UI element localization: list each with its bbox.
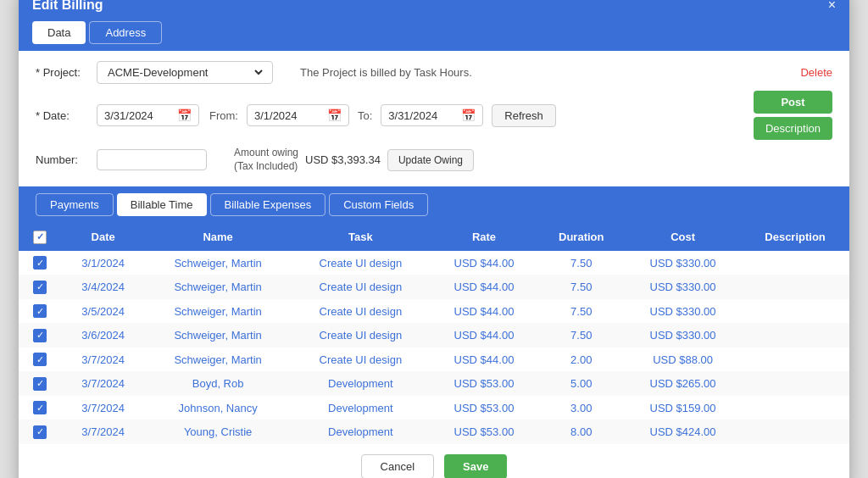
sub-tab-bar: Payments Billable Time Billable Expenses… bbox=[19, 186, 849, 223]
row-rate: USD $53.00 bbox=[431, 396, 538, 420]
modal-overlay: Edit Billing × Data Address * Project: A… bbox=[0, 0, 868, 478]
edit-billing-modal: Edit Billing × Data Address * Project: A… bbox=[19, 0, 849, 478]
row-duration: 2.00 bbox=[537, 347, 625, 372]
from-date-wrapper: 📅 bbox=[247, 104, 349, 126]
row-checkbox[interactable]: ✓ bbox=[33, 329, 47, 342]
row-checkbox[interactable]: ✓ bbox=[33, 425, 47, 439]
from-calendar-icon[interactable]: 📅 bbox=[327, 108, 342, 122]
row-cost: USD $88.00 bbox=[625, 347, 741, 372]
row-name: Johnson, Nancy bbox=[145, 396, 291, 420]
to-date-wrapper: 📅 bbox=[381, 104, 483, 126]
modal-header: Edit Billing × bbox=[19, 0, 849, 21]
row-description bbox=[741, 251, 849, 275]
row-date: 3/5/2024 bbox=[61, 299, 145, 324]
table-row: ✓ 3/1/2024 Schweiger, Martin Create UI d… bbox=[19, 251, 849, 275]
billing-table-container: ✓ Date Name Task Rate Duration Cost Desc… bbox=[19, 223, 849, 444]
update-owing-button[interactable]: Update Owing bbox=[387, 149, 474, 171]
row-date: 3/7/2024 bbox=[61, 420, 145, 444]
cancel-button[interactable]: Cancel bbox=[361, 454, 434, 478]
table-row: ✓ 3/6/2024 Schweiger, Martin Create UI d… bbox=[19, 323, 849, 347]
row-task: Development bbox=[291, 396, 430, 420]
row-name: Boyd, Rob bbox=[145, 371, 291, 396]
delete-button[interactable]: Delete bbox=[800, 66, 832, 79]
close-button[interactable]: × bbox=[828, 0, 836, 12]
row-checkbox[interactable]: ✓ bbox=[33, 256, 47, 270]
refresh-button[interactable]: Refresh bbox=[492, 104, 556, 127]
row-checkbox[interactable]: ✓ bbox=[33, 377, 47, 391]
modal-title: Edit Billing bbox=[32, 0, 103, 13]
tab-data[interactable]: Data bbox=[32, 21, 86, 44]
row-name: Schweiger, Martin bbox=[145, 347, 291, 372]
col-header-cost: Cost bbox=[625, 223, 741, 251]
tab-address[interactable]: Address bbox=[89, 21, 162, 44]
top-tab-bar: Data Address bbox=[19, 21, 849, 51]
col-header-task: Task bbox=[291, 223, 430, 251]
description-button[interactable]: Description bbox=[754, 117, 832, 140]
row-checkbox[interactable]: ✓ bbox=[33, 353, 47, 366]
row-checkbox[interactable]: ✓ bbox=[33, 401, 47, 414]
amount-label: Amount owing (Tax Included) bbox=[234, 147, 298, 173]
row-task: Create UI design bbox=[291, 347, 430, 372]
row-date: 3/7/2024 bbox=[61, 347, 145, 372]
row-checkbox-cell: ✓ bbox=[19, 420, 61, 444]
from-to-row: From: 📅 To: 📅 Refresh bbox=[209, 104, 733, 127]
table-body: ✓ 3/1/2024 Schweiger, Martin Create UI d… bbox=[19, 251, 849, 444]
project-dropdown[interactable]: ACME-Development bbox=[104, 65, 265, 80]
row-date: 3/7/2024 bbox=[61, 371, 145, 396]
project-select[interactable]: ACME-Development bbox=[97, 61, 273, 84]
row-checkbox-cell: ✓ bbox=[19, 371, 61, 396]
row-checkbox-cell: ✓ bbox=[19, 251, 61, 275]
right-action-buttons: Post Description bbox=[754, 91, 832, 140]
table-row: ✓ 3/7/2024 Schweiger, Martin Create UI d… bbox=[19, 347, 849, 372]
row-cost: USD $330.00 bbox=[625, 299, 741, 324]
from-date-input[interactable] bbox=[254, 109, 322, 122]
row-cost: USD $424.00 bbox=[625, 420, 741, 444]
form-section: * Project: ACME-Development The Project … bbox=[19, 51, 849, 186]
to-calendar-icon[interactable]: 📅 bbox=[461, 108, 476, 122]
sub-tab-payments[interactable]: Payments bbox=[36, 193, 114, 216]
row-cost: USD $330.00 bbox=[625, 275, 741, 299]
sub-tab-billable-time[interactable]: Billable Time bbox=[117, 193, 207, 216]
row-task: Development bbox=[291, 371, 430, 396]
table-row: ✓ 3/5/2024 Schweiger, Martin Create UI d… bbox=[19, 299, 849, 324]
row-task: Create UI design bbox=[291, 251, 430, 275]
col-header-name: Name bbox=[145, 223, 291, 251]
row-name: Schweiger, Martin bbox=[145, 275, 291, 299]
row-date: 3/7/2024 bbox=[61, 396, 145, 420]
row-date: 3/6/2024 bbox=[61, 323, 145, 347]
row-rate: USD $44.00 bbox=[431, 251, 538, 275]
row-duration: 7.50 bbox=[537, 275, 625, 299]
row-description bbox=[741, 275, 849, 299]
number-label: Number: bbox=[36, 153, 86, 166]
row-name: Young, Cristie bbox=[145, 420, 291, 444]
row-rate: USD $44.00 bbox=[431, 323, 538, 347]
date-label: * Date: bbox=[36, 109, 86, 122]
sub-tab-billable-expenses[interactable]: Billable Expenses bbox=[210, 193, 326, 216]
amount-value: USD $3,393.34 bbox=[305, 153, 381, 166]
col-header-checkbox: ✓ bbox=[19, 223, 61, 251]
table-row: ✓ 3/7/2024 Young, Cristie Development US… bbox=[19, 420, 849, 444]
header-checkbox[interactable]: ✓ bbox=[33, 231, 47, 244]
date-input-wrapper: 📅 bbox=[97, 104, 199, 126]
date-calendar-icon[interactable]: 📅 bbox=[177, 108, 192, 122]
date-input[interactable] bbox=[104, 109, 172, 122]
row-checkbox-cell: ✓ bbox=[19, 299, 61, 324]
post-button[interactable]: Post bbox=[754, 91, 832, 114]
row-checkbox[interactable]: ✓ bbox=[33, 304, 47, 318]
col-header-rate: Rate bbox=[431, 223, 538, 251]
col-header-duration: Duration bbox=[537, 223, 625, 251]
save-button[interactable]: Save bbox=[444, 454, 507, 478]
row-rate: USD $44.00 bbox=[431, 347, 538, 372]
row-name: Schweiger, Martin bbox=[145, 299, 291, 324]
row-checkbox[interactable]: ✓ bbox=[33, 281, 47, 294]
number-input[interactable] bbox=[97, 149, 207, 170]
row-description bbox=[741, 420, 849, 444]
col-header-description: Description bbox=[741, 223, 849, 251]
table-header-row: ✓ Date Name Task Rate Duration Cost Desc… bbox=[19, 223, 849, 251]
row-checkbox-cell: ✓ bbox=[19, 347, 61, 372]
table-row: ✓ 3/4/2024 Schweiger, Martin Create UI d… bbox=[19, 275, 849, 299]
sub-tab-custom-fields[interactable]: Custom Fields bbox=[329, 193, 428, 216]
to-date-input[interactable] bbox=[388, 109, 456, 122]
table-row: ✓ 3/7/2024 Johnson, Nancy Development US… bbox=[19, 396, 849, 420]
row-date: 3/4/2024 bbox=[61, 275, 145, 299]
